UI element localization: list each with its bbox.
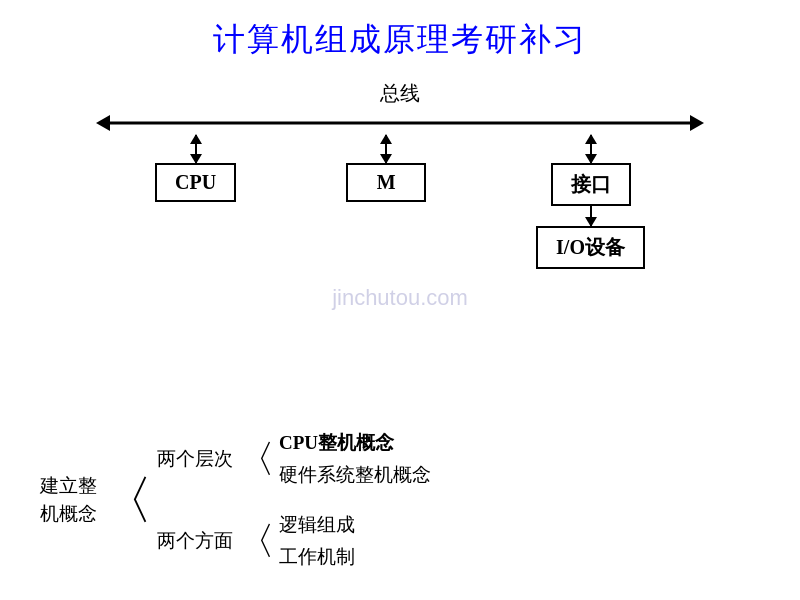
bus-arrow-right: [690, 115, 704, 131]
m-connector: [385, 135, 387, 163]
page-title: 计算机组成原理考研补习: [0, 0, 800, 62]
bus-diagram: 总线 CPU M 接口 I/O设备: [60, 80, 740, 240]
m-col: M: [346, 135, 426, 202]
branch1-item2: 硬件系统整机概念: [279, 462, 431, 488]
branch2-item1: 逻辑组成: [279, 512, 355, 538]
branch2-items: 逻辑组成 工作机制: [279, 512, 355, 570]
interface-box: 接口: [551, 163, 631, 206]
interface-col: 接口 I/O设备: [536, 135, 645, 269]
watermark: jinchutou.com: [332, 285, 468, 311]
cpu-col: CPU: [155, 135, 236, 202]
cpu-box: CPU: [155, 163, 236, 202]
branch1-label: 两个层次: [157, 446, 233, 472]
main-bracket: 〈: [101, 474, 153, 526]
branch2-label: 两个方面: [157, 528, 233, 554]
branch1-row: 两个层次 〈 CPU整机概念 硬件系统整机概念: [157, 430, 431, 488]
branch1-bracket: 〈: [237, 440, 275, 478]
cpu-connector: [195, 135, 197, 163]
branch1-items: CPU整机概念 硬件系统整机概念: [279, 430, 431, 488]
io-box: I/O设备: [536, 226, 645, 269]
io-connector: [590, 206, 592, 226]
bus-label: 总线: [60, 80, 740, 107]
components-row: CPU M 接口 I/O设备: [60, 135, 740, 269]
main-concept-label: 建立整 机概念: [40, 472, 97, 529]
branch2-row: 两个方面 〈 逻辑组成 工作机制: [157, 512, 431, 570]
interface-connector: [590, 135, 592, 163]
branch1-item1: CPU整机概念: [279, 430, 431, 456]
concept-section: 建立整 机概念 〈 两个层次 〈 CPU整机概念 硬件系统整机概念 两个方面 〈…: [0, 430, 800, 570]
bus-arrow-left: [96, 115, 110, 131]
branch2-item2: 工作机制: [279, 544, 355, 570]
branch2-bracket: 〈: [237, 522, 275, 560]
m-box: M: [346, 163, 426, 202]
branch-group: 两个层次 〈 CPU整机概念 硬件系统整机概念 两个方面 〈 逻辑组成 工作机制: [157, 430, 431, 570]
bus-line: [60, 111, 740, 135]
